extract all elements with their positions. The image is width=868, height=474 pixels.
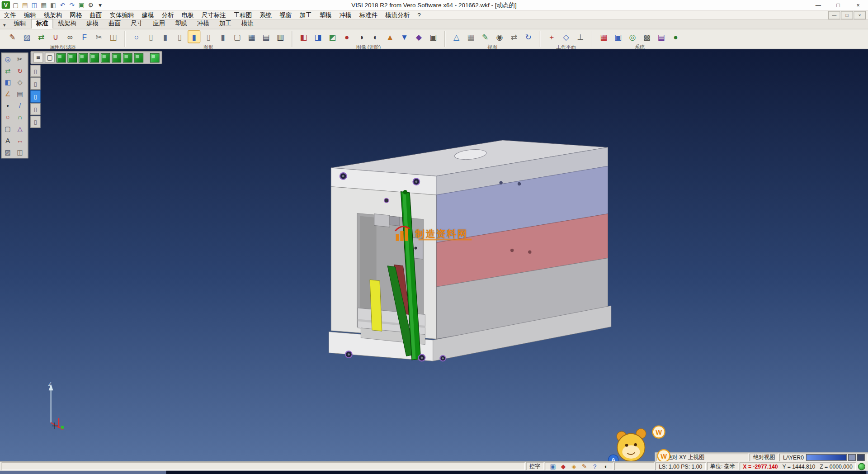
bottom-scrollbar-thumb[interactable] [166, 471, 866, 474]
cube-view-3-icon[interactable] [79, 53, 88, 62]
rotate-icon[interactable]: ↻ [14, 65, 26, 76]
attribute-stamp-icon[interactable]: ▨ [20, 30, 33, 43]
swap-attributes-icon[interactable]: ⇄ [35, 30, 47, 43]
tab-dropdown-icon[interactable]: ▾ [0, 20, 9, 28]
menu-item[interactable]: ? [414, 10, 425, 20]
rect-icon[interactable]: ▢ [2, 123, 14, 135]
preview-icon[interactable]: ◧ [49, 1, 58, 9]
graphics-shaded-icon[interactable]: ▮ [188, 30, 200, 43]
menu-item[interactable]: 冲模 [335, 10, 355, 20]
filter-edit-icon[interactable]: ✂ [92, 30, 105, 43]
hatch-icon[interactable]: ▨ [2, 146, 14, 158]
palette-icon[interactable]: ◈ [570, 462, 578, 470]
view-grid-icon[interactable]: ▦ [464, 30, 477, 43]
menu-item[interactable]: 建模 [138, 10, 158, 20]
clip-filter-2-icon[interactable]: ▯ [30, 77, 40, 90]
menu-item[interactable]: 模流分析 [382, 10, 414, 20]
tab-apply[interactable]: 应用 [148, 19, 170, 29]
open-file-icon[interactable]: ▤ [20, 1, 29, 9]
menu-item[interactable]: 文件 [0, 10, 20, 20]
graphics-solid-4-icon[interactable]: ▯ [202, 30, 215, 43]
menu-item[interactable]: 曲面 [86, 10, 106, 20]
graphics-solid-1-icon[interactable]: ▯ [145, 30, 157, 43]
system-table-icon[interactable]: ▩ [641, 30, 653, 43]
view-blank-icon[interactable]: ▢ [45, 52, 55, 62]
system-display-icon[interactable]: ▣ [612, 30, 624, 43]
layer-segment[interactable]: LAYER0 [780, 454, 868, 461]
arc-icon[interactable]: ∩ [14, 111, 26, 123]
annotate-icon[interactable]: ✎ [580, 462, 588, 470]
trim-icon[interactable]: ✂ [14, 53, 26, 65]
mirror-icon[interactable]: ◧ [2, 76, 14, 88]
render-sphere-icon[interactable]: ● [340, 30, 353, 43]
menu-item[interactable]: 工程图 [230, 10, 256, 20]
quickbar-caret-icon[interactable]: ▾ [96, 1, 105, 9]
render-left-icon[interactable]: ◧ [297, 30, 310, 43]
filter-type-icon[interactable]: F [78, 30, 91, 43]
system-globe-icon[interactable]: ◎ [626, 30, 639, 43]
close-button[interactable]: × [848, 0, 868, 10]
print-icon[interactable]: ▦ [39, 1, 48, 9]
tab-standard[interactable]: 标准 [31, 19, 53, 29]
graphics-grid-2-icon[interactable]: ▤ [259, 30, 272, 43]
cube-view-7-icon[interactable] [123, 53, 132, 62]
clip-filter-3-icon[interactable]: ▯ [30, 90, 40, 103]
line-icon[interactable]: / [14, 100, 26, 111]
screen-icon[interactable]: ▣ [549, 462, 557, 470]
clip-filter-1-icon[interactable]: ▯ [30, 65, 40, 77]
layer-cell-icon[interactable] [857, 454, 865, 461]
view-pan-icon[interactable]: ⇄ [508, 30, 520, 43]
new-file-icon[interactable]: ▢ [11, 1, 20, 9]
clip-filter-4-icon[interactable]: ▯ [30, 103, 40, 115]
view-refresh-icon[interactable]: ↻ [522, 30, 535, 43]
save-file-icon[interactable]: ◫ [30, 1, 39, 9]
graphics-barcode-icon[interactable]: ▥ [274, 30, 287, 43]
bottom-scrollbar[interactable] [0, 471, 868, 474]
maximize-button[interactable]: □ [828, 0, 848, 10]
view-menu-icon[interactable]: ≡ [33, 52, 43, 62]
menu-item[interactable]: 系统 [256, 10, 276, 20]
render-right-icon[interactable]: ◨ [311, 30, 324, 43]
layer-color-swatch[interactable] [806, 454, 847, 461]
layer-icon[interactable]: ▤ [14, 88, 26, 100]
absolute-view-segment[interactable]: 绝对视图 [750, 454, 778, 461]
tab-mould[interactable]: 塑膜 [170, 19, 192, 29]
circle-icon[interactable]: ○ [2, 111, 14, 123]
polygon-icon[interactable]: △ [14, 123, 26, 135]
render-half-2-icon[interactable]: ◐ [369, 30, 382, 43]
menu-item[interactable]: 电极 [178, 10, 198, 20]
view-target-icon[interactable]: ◉ [493, 30, 506, 43]
cube-view-8-icon[interactable] [134, 53, 143, 62]
workplane-origin-icon[interactable]: + [545, 30, 558, 43]
graphics-box-icon[interactable]: ▢ [231, 30, 244, 43]
menu-item[interactable]: 实体编辑 [106, 10, 138, 20]
cube-view-5-icon[interactable] [101, 53, 110, 62]
point-icon[interactable]: • [2, 100, 14, 111]
render-up-icon[interactable]: ▲ [384, 30, 396, 43]
system-layers-icon[interactable]: ▤ [655, 30, 668, 43]
undo-icon[interactable]: ↶ [58, 1, 67, 9]
capture-icon[interactable]: ▣ [77, 1, 86, 9]
redo-icon[interactable]: ↷ [67, 1, 76, 9]
cube-view-4-icon[interactable] [90, 53, 99, 62]
render-down-icon[interactable]: ▼ [398, 30, 410, 43]
graphics-solid-2-icon[interactable]: ▮ [159, 30, 171, 43]
move-icon[interactable]: ⇄ [2, 65, 14, 76]
graphics-solid-3-icon[interactable]: ▯ [173, 30, 186, 43]
mdi-restore-button[interactable]: □ [841, 11, 853, 19]
lock-toggle[interactable]: 控字 [526, 462, 543, 470]
filter-clear-icon[interactable]: ◫ [107, 30, 119, 43]
menu-item[interactable]: 分析 [158, 10, 178, 20]
render-half-1-icon[interactable]: ◑ [355, 30, 368, 43]
tab-die[interactable]: 冲模 [192, 19, 214, 29]
graphics-grid-1-icon[interactable]: ▦ [245, 30, 258, 43]
tab-modeling[interactable]: 建模 [81, 19, 104, 29]
material-icon[interactable]: ◆ [559, 462, 567, 470]
magnet-filter-icon[interactable]: ∪ [49, 30, 62, 43]
workplane-normal-icon[interactable]: ⊥ [574, 30, 587, 43]
status-ready-icon[interactable] [858, 463, 865, 470]
clip-filter-5-icon[interactable]: ▯ [30, 116, 40, 128]
menu-item[interactable]: 标准件 [355, 10, 382, 20]
chain-filter-icon[interactable]: ∞ [64, 30, 76, 43]
options-icon[interactable]: ⚙ [86, 1, 95, 9]
